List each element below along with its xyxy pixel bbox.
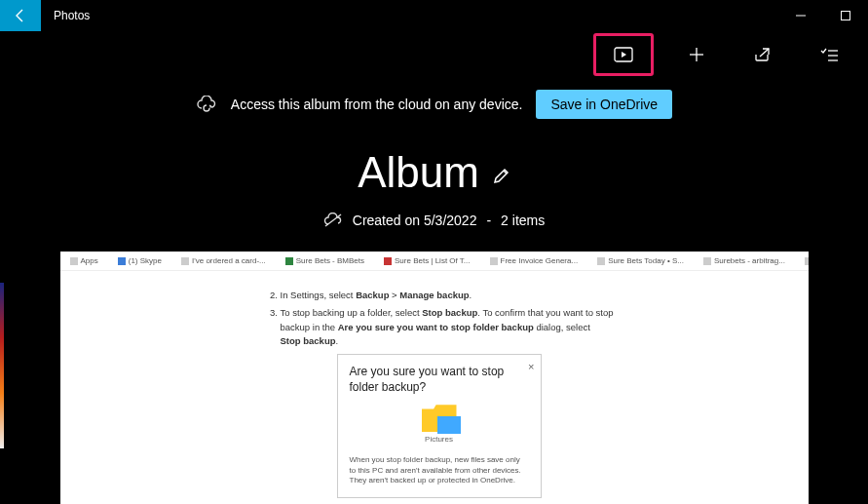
select-button[interactable] — [806, 35, 852, 74]
close-icon: × — [528, 359, 534, 375]
cloud-banner-text: Access this album from the cloud on any … — [231, 97, 523, 112]
minimize-icon — [796, 11, 806, 20]
minimize-button[interactable] — [778, 0, 823, 31]
edit-title-button[interactable] — [493, 157, 510, 188]
checklist-icon — [820, 48, 838, 61]
pencil-icon — [493, 167, 510, 184]
window-controls — [778, 0, 868, 31]
separator: - — [486, 213, 491, 228]
doc-content: In Settings, select Backup > Manage back… — [60, 271, 809, 504]
bookmarks-bar: Apps (1) Skype I've ordered a card-... S… — [60, 252, 809, 271]
back-button[interactable] — [0, 0, 41, 31]
add-button[interactable] — [673, 35, 720, 74]
plus-icon — [689, 47, 704, 62]
cloud-banner: Access this album from the cloud on any … — [0, 90, 868, 119]
side-sliver — [0, 283, 4, 448]
save-onedrive-button[interactable]: Save in OneDrive — [536, 90, 672, 119]
play-rect-icon — [614, 47, 633, 62]
cover-preview[interactable]: Apps (1) Skype I've ordered a card-... S… — [60, 252, 809, 504]
folder-label: Pictures — [350, 434, 529, 446]
app-title: Photos — [54, 9, 90, 22]
toolbar — [0, 31, 868, 78]
maximize-button[interactable] — [823, 0, 868, 31]
album-meta: Created on 5/3/2022 - 2 items — [0, 213, 868, 228]
stop-backup-dialog: × Are you sure you want to stop folder b… — [337, 354, 542, 498]
dialog-body: When you stop folder backup, new files s… — [350, 455, 529, 485]
share-icon — [754, 47, 772, 62]
album-item-count: 2 items — [501, 213, 545, 228]
title-bar: Photos — [0, 0, 868, 31]
album-heading: Album — [0, 148, 868, 197]
svg-rect-1 — [842, 12, 850, 20]
pictures-folder-icon — [422, 405, 457, 432]
album-created: Created on 5/3/2022 — [353, 213, 477, 228]
cloud-sync-icon — [196, 96, 217, 113]
slideshow-button[interactable] — [593, 33, 654, 76]
share-button[interactable] — [739, 35, 786, 74]
cloud-off-icon — [323, 213, 343, 228]
dialog-title: Are you sure you want to stop folder bac… — [350, 365, 529, 395]
svg-line-9 — [325, 214, 341, 226]
maximize-icon — [841, 11, 850, 20]
arrow-left-icon — [13, 8, 28, 23]
album-title: Album — [358, 148, 479, 197]
